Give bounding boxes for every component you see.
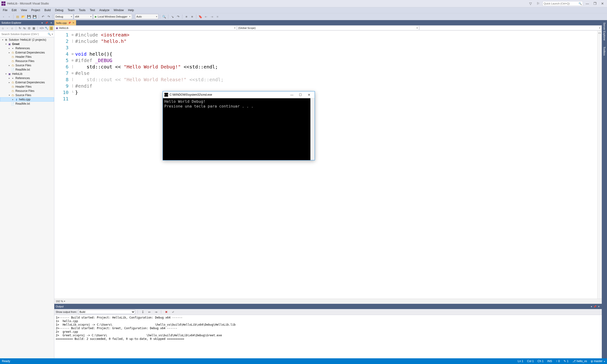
quick-launch-input[interactable]: [542, 1, 583, 6]
platform-dropdown[interactable]: x64: [74, 14, 93, 19]
clear-output-icon[interactable]: ✖: [164, 309, 169, 314]
menu-project[interactable]: Project: [29, 8, 42, 13]
split-icon[interactable]: ▭: [598, 31, 601, 35]
menu-tools[interactable]: Tools: [77, 8, 87, 13]
tree-item[interactable]: ▸🗀External Dependencies: [0, 80, 54, 85]
close-icon[interactable]: ✕: [50, 22, 53, 24]
solution-search-input[interactable]: [1, 32, 48, 36]
tree-item[interactable]: 🗀Header Files: [0, 55, 54, 59]
undo-icon[interactable]: ↶: [40, 14, 45, 19]
tree-item-source-files[interactable]: ▾🗀Source Files: [0, 93, 54, 97]
config-dropdown[interactable]: Debug: [54, 14, 73, 19]
console-window[interactable]: C:\ C:\WINDOWS\system32\cmd.exe — ☐ ✕ He…: [163, 91, 315, 160]
show-all-icon[interactable]: ▦: [32, 26, 36, 30]
search-icon[interactable]: 🔍: [579, 2, 582, 5]
menu-help[interactable]: Help: [126, 8, 136, 13]
back-icon[interactable]: ◦: [1, 14, 6, 19]
format-icon[interactable]: ≡: [215, 14, 220, 19]
close-tab-icon[interactable]: ✕: [72, 21, 74, 24]
tree-item[interactable]: 🗀Resource Files: [0, 59, 54, 63]
tree-item[interactable]: ▸🗀Source Files: [0, 63, 54, 67]
close-button[interactable]: ✕: [599, 1, 606, 6]
menu-file[interactable]: File: [1, 8, 9, 13]
solution-tree[interactable]: ▾⧉Solution 'HelloLib' (2 projects) ▾▣Gre…: [0, 37, 54, 358]
menu-build[interactable]: Build: [42, 8, 53, 13]
nav-member-dropdown[interactable]: [419, 26, 602, 30]
console-titlebar[interactable]: C:\ C:\WINDOWS\system32\cmd.exe — ☐ ✕: [163, 91, 315, 98]
console-maximize[interactable]: ☐: [296, 92, 305, 97]
search-icon[interactable]: 🔍 ▾: [48, 33, 53, 36]
preview-icon[interactable]: ▥: [49, 26, 53, 30]
properties-icon[interactable]: 🔧: [45, 26, 49, 30]
menu-edit[interactable]: Edit: [10, 8, 18, 13]
tree-item-hello-cpp[interactable]: ▸⧫hello.cpp: [0, 97, 54, 102]
save-all-icon[interactable]: 💾: [32, 14, 37, 19]
tree-item[interactable]: 📄ReadMe.txt: [0, 102, 54, 106]
code-area[interactable]: #include <iostream> #include "hello.h" v…: [75, 31, 597, 299]
status-down[interactable]: ✎1: [564, 360, 569, 363]
back-icon[interactable]: ◦: [6, 26, 10, 30]
solution-node[interactable]: ▾⧉Solution 'HelloLib' (2 projects): [0, 38, 54, 42]
nav-scope-dropdown[interactable]: (Global Scope): [237, 26, 419, 30]
prev-icon[interactable]: ⇐: [147, 309, 152, 314]
solution-explorer-title[interactable]: Solution Explorer ▾ 📌 ✕: [0, 20, 54, 25]
tab-server-explorer[interactable]: Server Explorer: [603, 22, 606, 41]
code-icon[interactable]: </>: [40, 26, 44, 30]
output-text[interactable]: 1>------ Build started: Project: HelloLi…: [54, 315, 602, 358]
next-icon[interactable]: ⇒: [153, 309, 159, 314]
menu-debug[interactable]: Debug: [53, 8, 65, 13]
project-greet[interactable]: ▾▣Greet: [0, 42, 54, 46]
fold-column[interactable]: ⊟│⊟⊟│⊟││└: [70, 31, 75, 299]
home-icon[interactable]: ⌂: [1, 26, 5, 30]
quick-launch[interactable]: ▽ ⚐ 🔍: [527, 1, 583, 6]
output-title[interactable]: Output ▾ 📌 ✕: [54, 304, 602, 309]
console-minimize[interactable]: —: [288, 92, 296, 97]
menu-window[interactable]: Window: [112, 8, 126, 13]
save-icon[interactable]: 💾: [26, 14, 31, 19]
status-up[interactable]: ↑0: [556, 360, 560, 363]
tab-toolbox[interactable]: Toolbox: [603, 46, 606, 57]
comment-icon[interactable]: ≡: [184, 14, 189, 19]
console-scrollbar[interactable]: [310, 98, 315, 160]
forward-icon[interactable]: ◦: [7, 14, 12, 19]
pin-icon[interactable]: 📌: [68, 22, 71, 24]
bookmark-icon[interactable]: 🔖: [198, 14, 203, 19]
menu-analyze[interactable]: Analyze: [97, 8, 111, 13]
tree-item[interactable]: 🗀Header Files: [0, 85, 54, 89]
goto-icon[interactable]: ↧: [140, 309, 145, 314]
console-close[interactable]: ✕: [305, 92, 313, 97]
tab-hello-cpp[interactable]: hello.cpp 📌 ✕: [55, 20, 76, 25]
wrap-icon[interactable]: ⤶: [170, 309, 176, 314]
status-repo[interactable]: ⎇hello_vs: [572, 360, 587, 363]
fwd-icon[interactable]: ⌂: [10, 26, 14, 30]
show-output-from-dropdown[interactable]: Build: [78, 310, 135, 314]
tree-item[interactable]: ▸▪References: [0, 46, 54, 51]
redo-icon[interactable]: ↷: [46, 14, 51, 19]
indent-right-icon[interactable]: ⇥: [209, 14, 214, 19]
uncomment-icon[interactable]: ≡: [190, 14, 195, 19]
pin-icon[interactable]: 📌: [45, 22, 48, 24]
tree-item[interactable]: ▸🗀External Dependencies: [0, 51, 54, 55]
minimize-button[interactable]: —: [584, 1, 590, 6]
restore-button[interactable]: ❐: [592, 1, 598, 6]
project-hellolib[interactable]: ▾▣HelloLib: [0, 72, 54, 76]
dropdown-icon[interactable]: ▾: [41, 22, 43, 24]
nav-project-dropdown[interactable]: ▣HelloLib: [55, 26, 237, 30]
tree-item[interactable]: 📄ReadMe.txt: [0, 67, 54, 72]
menu-test[interactable]: Test: [88, 8, 97, 13]
console-body[interactable]: Hello World Debug! Presione una tecla pa…: [163, 98, 310, 160]
find-icon[interactable]: 🔍: [162, 14, 167, 19]
menu-view[interactable]: View: [19, 8, 29, 13]
feedback-icon[interactable]: ▽: [527, 1, 534, 6]
notification-icon[interactable]: ⚐: [535, 1, 541, 6]
status-branch[interactable]: ψmaster▴: [591, 360, 605, 363]
dropdown-icon[interactable]: ▾: [590, 305, 593, 308]
editor-scroll-rail[interactable]: ▭: [597, 31, 602, 299]
step-over-icon[interactable]: ↷: [176, 14, 181, 19]
pin-icon[interactable]: 📌: [593, 305, 597, 308]
refresh-icon[interactable]: ⇆: [23, 26, 27, 30]
collapse-icon[interactable]: ⊟: [27, 26, 31, 30]
new-icon[interactable]: ▤: [15, 14, 20, 19]
sync-icon[interactable]: ↻: [18, 26, 22, 30]
step-into-icon[interactable]: ↘: [170, 14, 175, 19]
